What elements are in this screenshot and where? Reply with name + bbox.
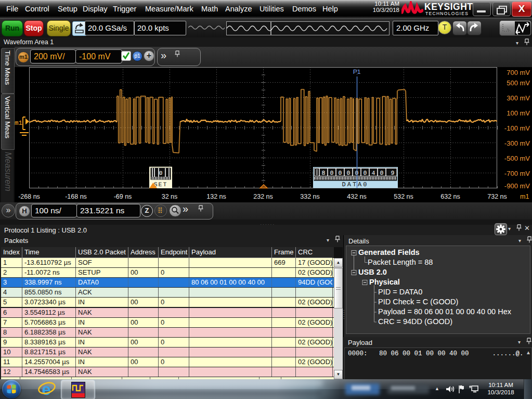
svg-text:8: 8 xyxy=(322,170,326,177)
svg-text:m1: m1 xyxy=(15,120,22,127)
svg-text:P1: P1 xyxy=(353,68,361,75)
svg-text:9: 9 xyxy=(391,170,395,177)
svg-text:0: 0 xyxy=(339,170,342,177)
svg-text:0: 0 xyxy=(330,170,334,177)
svg-text:0: 0 xyxy=(347,170,351,177)
svg-text:DATA0: DATA0 xyxy=(342,181,368,188)
svg-text:0: 0 xyxy=(380,170,384,177)
svg-text:0: 0 xyxy=(364,170,367,177)
svg-text:4: 4 xyxy=(372,170,375,177)
svg-text:0: 0 xyxy=(159,171,163,177)
